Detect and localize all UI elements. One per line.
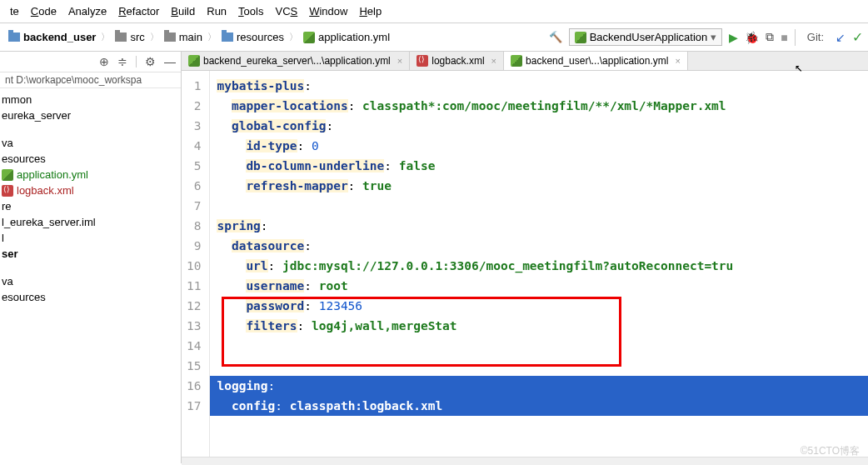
code-line-12[interactable]: password: 123456: [210, 296, 868, 316]
menu-te[interactable]: te: [5, 3, 24, 19]
tree-item[interactable]: application.yml: [0, 167, 181, 182]
menu-help[interactable]: Help: [354, 3, 387, 19]
stop-button[interactable]: ■: [781, 31, 787, 44]
menu-vcs[interactable]: VCS: [270, 3, 302, 19]
tree-item[interactable]: [0, 123, 181, 135]
xml-icon: [417, 55, 428, 67]
tree-item[interactable]: esources: [0, 289, 181, 305]
folder-icon: [164, 32, 176, 42]
yml-icon: [303, 32, 315, 43]
code-editor[interactable]: 1234567891011121314151617 ↖ mybatis-plus…: [182, 71, 868, 463]
menu-tools[interactable]: Tools: [233, 3, 268, 19]
git-pull-button[interactable]: ↙: [836, 31, 846, 44]
crumb-application.yml[interactable]: application.yml: [318, 31, 390, 43]
nav-toolbar: backend_user〉src〉main〉resources〉applicat…: [0, 23, 868, 52]
debug-button[interactable]: 🐞: [745, 31, 759, 44]
tree-label: eureka_server: [2, 109, 71, 122]
tab-label: backend_user\...\application.yml: [526, 55, 668, 67]
watermark: ©51CTO博客: [801, 444, 860, 458]
menu-window[interactable]: Window: [304, 3, 352, 19]
main-menu: teCodeAnalyzeRefactorBuildRunToolsVCSWin…: [0, 0, 868, 23]
close-icon[interactable]: ×: [671, 56, 680, 66]
close-icon[interactable]: ×: [488, 56, 496, 66]
code-line-4[interactable]: id-type: 0: [210, 136, 868, 156]
tree-item[interactable]: re: [0, 198, 181, 214]
horizontal-scrollbar[interactable]: [182, 457, 868, 465]
yml-icon: [188, 55, 200, 67]
tree-item[interactable]: mmon: [0, 92, 181, 108]
tree-item[interactable]: l_eureka_server.iml: [0, 214, 181, 230]
editor-tab[interactable]: logback.xml×: [410, 52, 504, 70]
tab-label: backend_eureka_server\...\application.ym…: [203, 55, 391, 67]
main-area: ⊕ ≑ ⚙ — nt D:\workapce\mooc_workspa mmon…: [0, 52, 868, 463]
git-label: Git:: [802, 31, 829, 43]
project-path: nt D:\workapce\mooc_workspa: [0, 72, 181, 88]
crumb-resources[interactable]: resources: [237, 31, 284, 43]
tree-item[interactable]: [0, 262, 181, 273]
code-line-11[interactable]: username: root: [210, 276, 868, 296]
crumb-backend_user[interactable]: backend_user: [23, 31, 96, 43]
build-icon[interactable]: 🔨: [549, 31, 562, 44]
gear-icon[interactable]: ⚙: [145, 55, 156, 68]
crumb-src[interactable]: src: [130, 31, 144, 43]
code-line-6[interactable]: refresh-mapper: true: [210, 176, 868, 196]
tree-label: va: [2, 275, 13, 288]
tree-item[interactable]: l: [0, 230, 181, 246]
tree-label: re: [2, 200, 12, 212]
tree-item[interactable]: logback.xml: [0, 182, 181, 198]
git-commit-button[interactable]: ✓: [852, 29, 863, 45]
tree-label: l: [2, 232, 4, 244]
run-button[interactable]: ▶: [729, 31, 738, 44]
code-line-13[interactable]: filters: log4j,wall,mergeStat: [210, 316, 868, 336]
tree-item[interactable]: va: [0, 273, 181, 289]
breadcrumb: backend_user〉src〉main〉resources〉applicat…: [5, 31, 393, 43]
code-line-5[interactable]: db-column-underline: false: [210, 156, 868, 176]
close-icon[interactable]: ×: [394, 56, 402, 66]
code-line-10[interactable]: url: jdbc:mysql://127.0.0.1:3306/mooc_me…: [210, 256, 868, 276]
tree-label: logback.xml: [17, 184, 74, 197]
editor-tab[interactable]: backend_eureka_server\...\application.ym…: [182, 52, 410, 70]
menu-build[interactable]: Build: [166, 3, 200, 19]
code-line-17[interactable]: config: classpath:logback.xml: [210, 396, 868, 416]
tree-label: mmon: [2, 93, 32, 106]
tree-label: ser: [2, 248, 18, 260]
code-line-14[interactable]: [210, 336, 868, 356]
menu-refactor[interactable]: Refactor: [113, 3, 164, 19]
code-line-15[interactable]: [210, 356, 868, 376]
line-gutter: 1234567891011121314151617: [182, 71, 210, 463]
run-config-selector[interactable]: BackendUserApplication ▾: [569, 28, 723, 46]
coverage-button[interactable]: ⧉: [766, 30, 774, 44]
menu-code[interactable]: Code: [26, 3, 62, 19]
code-line-8[interactable]: spring:: [210, 216, 868, 236]
tree-item[interactable]: esources: [0, 151, 181, 167]
tree-item[interactable]: va: [0, 135, 181, 151]
crumb-main[interactable]: main: [179, 31, 202, 43]
menu-analyze[interactable]: Analyze: [63, 3, 112, 19]
editor-pane: backend_eureka_server\...\application.ym…: [182, 52, 868, 463]
spring-icon: [575, 32, 586, 43]
yml-icon: [511, 55, 522, 67]
tree-label: l_eureka_server.iml: [2, 216, 96, 228]
code-area[interactable]: ↖ mybatis-plus: mapper-locations: classp…: [210, 71, 868, 463]
tree-item[interactable]: ser: [0, 246, 181, 262]
code-line-16[interactable]: logging:: [210, 376, 868, 396]
tree-label: application.yml: [17, 168, 88, 181]
xml-icon: [2, 185, 13, 197]
menu-run[interactable]: Run: [202, 3, 232, 19]
editor-tab[interactable]: backend_user\...\application.yml×: [504, 52, 688, 70]
hide-icon[interactable]: —: [164, 55, 176, 68]
code-line-3[interactable]: global-config:: [210, 116, 868, 136]
yml-icon: [2, 169, 13, 181]
folder-icon: [115, 32, 127, 42]
code-line-7[interactable]: [210, 196, 868, 216]
code-line-1[interactable]: mybatis-plus:: [210, 76, 868, 96]
tree-item[interactable]: eureka_server: [0, 108, 181, 123]
project-tree: mmoneureka_servervaesourcesapplication.y…: [0, 88, 181, 308]
target-icon[interactable]: ⊕: [99, 55, 109, 68]
folder-blue-icon: [8, 32, 20, 42]
code-line-2[interactable]: mapper-locations: classpath*:com/mooc/me…: [210, 96, 868, 116]
tab-label: logback.xml: [432, 55, 484, 67]
code-line-9[interactable]: datasource:: [210, 236, 868, 256]
collapse-icon[interactable]: ≑: [117, 55, 127, 68]
tree-label: esources: [2, 152, 46, 165]
